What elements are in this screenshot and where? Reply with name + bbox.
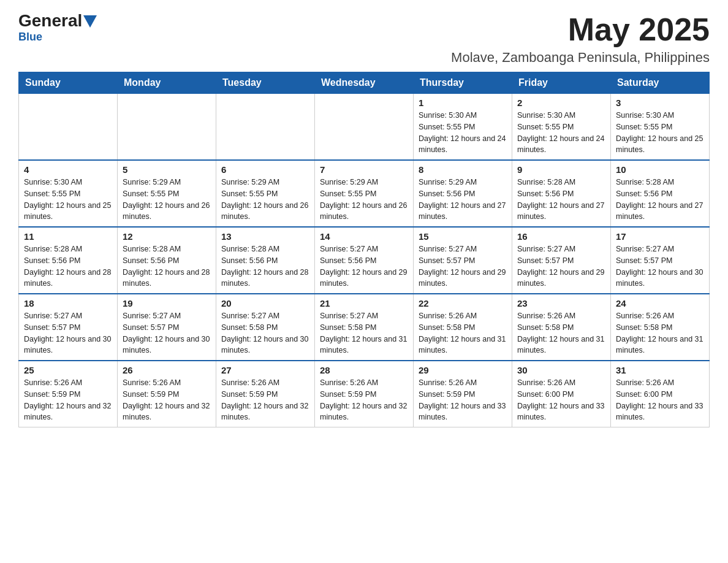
- day-number: 23: [517, 298, 605, 308]
- month-year-title: May 2025: [451, 12, 710, 47]
- day-info: Sunrise: 5:26 AMSunset: 6:00 PMDaylight:…: [616, 377, 704, 423]
- day-number: 31: [616, 365, 704, 375]
- day-info: Sunrise: 5:28 AMSunset: 5:56 PMDaylight:…: [517, 177, 605, 223]
- calendar-cell-3-0: 18Sunrise: 5:27 AMSunset: 5:57 PMDayligh…: [19, 294, 118, 361]
- day-number: 10: [616, 164, 704, 175]
- day-info: Sunrise: 5:29 AMSunset: 5:56 PMDaylight:…: [419, 177, 507, 223]
- day-number: 26: [123, 365, 211, 375]
- day-number: 28: [320, 365, 408, 375]
- calendar-cell-3-3: 21Sunrise: 5:27 AMSunset: 5:58 PMDayligh…: [315, 294, 414, 361]
- day-number: 24: [616, 298, 704, 308]
- day-info: Sunrise: 5:26 AMSunset: 5:58 PMDaylight:…: [419, 310, 507, 356]
- day-number: 5: [123, 164, 211, 175]
- day-number: 7: [320, 164, 408, 175]
- calendar-cell-1-1: 5Sunrise: 5:29 AMSunset: 5:55 PMDaylight…: [118, 160, 216, 227]
- day-number: 3: [616, 98, 704, 108]
- day-info: Sunrise: 5:30 AMSunset: 5:55 PMDaylight:…: [517, 110, 605, 156]
- day-info: Sunrise: 5:27 AMSunset: 5:57 PMDaylight:…: [123, 310, 211, 356]
- day-number: 8: [419, 164, 507, 175]
- day-info: Sunrise: 5:26 AMSunset: 5:58 PMDaylight:…: [616, 310, 704, 356]
- calendar-cell-3-5: 23Sunrise: 5:26 AMSunset: 5:58 PMDayligh…: [512, 294, 611, 361]
- day-number: 2: [517, 98, 605, 108]
- location-subtitle: Molave, Zamboanga Peninsula, Philippines: [451, 50, 710, 66]
- calendar-cell-2-2: 13Sunrise: 5:28 AMSunset: 5:56 PMDayligh…: [216, 227, 315, 294]
- day-number: 17: [616, 231, 704, 242]
- calendar-cell-0-5: 2Sunrise: 5:30 AMSunset: 5:55 PMDaylight…: [512, 94, 611, 161]
- week-row-1: 1Sunrise: 5:30 AMSunset: 5:55 PMDaylight…: [19, 94, 710, 161]
- calendar-cell-3-2: 20Sunrise: 5:27 AMSunset: 5:58 PMDayligh…: [216, 294, 315, 361]
- day-number: 14: [320, 231, 408, 242]
- calendar-header-row: Sunday Monday Tuesday Wednesday Thursday…: [19, 72, 710, 94]
- day-info: Sunrise: 5:26 AMSunset: 6:00 PMDaylight:…: [517, 377, 605, 423]
- calendar-cell-0-6: 3Sunrise: 5:30 AMSunset: 5:55 PMDaylight…: [611, 94, 710, 161]
- day-info: Sunrise: 5:28 AMSunset: 5:56 PMDaylight:…: [24, 243, 112, 289]
- calendar-cell-1-3: 7Sunrise: 5:29 AMSunset: 5:55 PMDaylight…: [315, 160, 414, 227]
- calendar-cell-3-6: 24Sunrise: 5:26 AMSunset: 5:58 PMDayligh…: [611, 294, 710, 361]
- header-wednesday: Wednesday: [315, 72, 414, 94]
- day-number: 30: [517, 365, 605, 375]
- week-row-2: 4Sunrise: 5:30 AMSunset: 5:55 PMDaylight…: [19, 160, 710, 227]
- day-number: 18: [24, 298, 112, 308]
- calendar-cell-1-2: 6Sunrise: 5:29 AMSunset: 5:55 PMDaylight…: [216, 160, 315, 227]
- day-info: Sunrise: 5:29 AMSunset: 5:55 PMDaylight:…: [221, 177, 309, 223]
- page-header: General Blue May 2025 Molave, Zamboanga …: [18, 12, 710, 66]
- calendar-cell-0-3: [315, 94, 414, 161]
- logo-general: General: [18, 12, 82, 29]
- day-info: Sunrise: 5:29 AMSunset: 5:55 PMDaylight:…: [123, 177, 211, 223]
- day-info: Sunrise: 5:26 AMSunset: 5:59 PMDaylight:…: [24, 377, 112, 423]
- day-info: Sunrise: 5:27 AMSunset: 5:57 PMDaylight:…: [24, 310, 112, 356]
- header-monday: Monday: [118, 72, 216, 94]
- calendar-cell-3-1: 19Sunrise: 5:27 AMSunset: 5:57 PMDayligh…: [118, 294, 216, 361]
- logo: General Blue: [18, 12, 97, 44]
- day-info: Sunrise: 5:26 AMSunset: 5:59 PMDaylight:…: [123, 377, 211, 423]
- day-number: 25: [24, 365, 112, 375]
- calendar-cell-2-1: 12Sunrise: 5:28 AMSunset: 5:56 PMDayligh…: [118, 227, 216, 294]
- calendar-table: Sunday Monday Tuesday Wednesday Thursday…: [18, 72, 710, 427]
- calendar-cell-2-0: 11Sunrise: 5:28 AMSunset: 5:56 PMDayligh…: [19, 227, 118, 294]
- calendar-cell-4-3: 28Sunrise: 5:26 AMSunset: 5:59 PMDayligh…: [315, 361, 414, 427]
- calendar-cell-3-4: 22Sunrise: 5:26 AMSunset: 5:58 PMDayligh…: [414, 294, 512, 361]
- day-info: Sunrise: 5:30 AMSunset: 5:55 PMDaylight:…: [616, 110, 704, 156]
- day-info: Sunrise: 5:26 AMSunset: 5:58 PMDaylight:…: [517, 310, 605, 356]
- day-number: 29: [419, 365, 507, 375]
- header-tuesday: Tuesday: [216, 72, 315, 94]
- day-info: Sunrise: 5:27 AMSunset: 5:58 PMDaylight:…: [221, 310, 309, 356]
- calendar-cell-2-4: 15Sunrise: 5:27 AMSunset: 5:57 PMDayligh…: [414, 227, 512, 294]
- header-saturday: Saturday: [611, 72, 710, 94]
- day-info: Sunrise: 5:26 AMSunset: 5:59 PMDaylight:…: [221, 377, 309, 423]
- day-info: Sunrise: 5:30 AMSunset: 5:55 PMDaylight:…: [419, 110, 507, 156]
- calendar-cell-0-0: [19, 94, 118, 161]
- svg-marker-0: [83, 15, 97, 28]
- day-info: Sunrise: 5:28 AMSunset: 5:56 PMDaylight:…: [616, 177, 704, 223]
- calendar-cell-1-4: 8Sunrise: 5:29 AMSunset: 5:56 PMDaylight…: [414, 160, 512, 227]
- logo-triangle-icon: [83, 15, 97, 28]
- day-number: 27: [221, 365, 309, 375]
- calendar-cell-4-1: 26Sunrise: 5:26 AMSunset: 5:59 PMDayligh…: [118, 361, 216, 427]
- day-number: 11: [24, 231, 112, 242]
- day-info: Sunrise: 5:29 AMSunset: 5:55 PMDaylight:…: [320, 177, 408, 223]
- day-number: 15: [419, 231, 507, 242]
- title-block: May 2025 Molave, Zamboanga Peninsula, Ph…: [451, 12, 710, 66]
- day-number: 22: [419, 298, 507, 308]
- day-number: 1: [419, 98, 507, 108]
- calendar-cell-2-5: 16Sunrise: 5:27 AMSunset: 5:57 PMDayligh…: [512, 227, 611, 294]
- day-info: Sunrise: 5:27 AMSunset: 5:57 PMDaylight:…: [517, 243, 605, 289]
- day-number: 12: [123, 231, 211, 242]
- header-sunday: Sunday: [19, 72, 118, 94]
- day-number: 6: [221, 164, 309, 175]
- week-row-4: 18Sunrise: 5:27 AMSunset: 5:57 PMDayligh…: [19, 294, 710, 361]
- calendar-cell-4-0: 25Sunrise: 5:26 AMSunset: 5:59 PMDayligh…: [19, 361, 118, 427]
- day-number: 19: [123, 298, 211, 308]
- header-thursday: Thursday: [414, 72, 512, 94]
- day-number: 20: [221, 298, 309, 308]
- calendar-cell-1-5: 9Sunrise: 5:28 AMSunset: 5:56 PMDaylight…: [512, 160, 611, 227]
- day-number: 9: [517, 164, 605, 175]
- day-number: 13: [221, 231, 309, 242]
- day-info: Sunrise: 5:27 AMSunset: 5:57 PMDaylight:…: [419, 243, 507, 289]
- day-info: Sunrise: 5:26 AMSunset: 5:59 PMDaylight:…: [419, 377, 507, 423]
- week-row-5: 25Sunrise: 5:26 AMSunset: 5:59 PMDayligh…: [19, 361, 710, 427]
- calendar-cell-4-6: 31Sunrise: 5:26 AMSunset: 6:00 PMDayligh…: [611, 361, 710, 427]
- calendar-cell-1-0: 4Sunrise: 5:30 AMSunset: 5:55 PMDaylight…: [19, 160, 118, 227]
- logo-blue: Blue: [18, 31, 42, 44]
- calendar-cell-0-2: [216, 94, 315, 161]
